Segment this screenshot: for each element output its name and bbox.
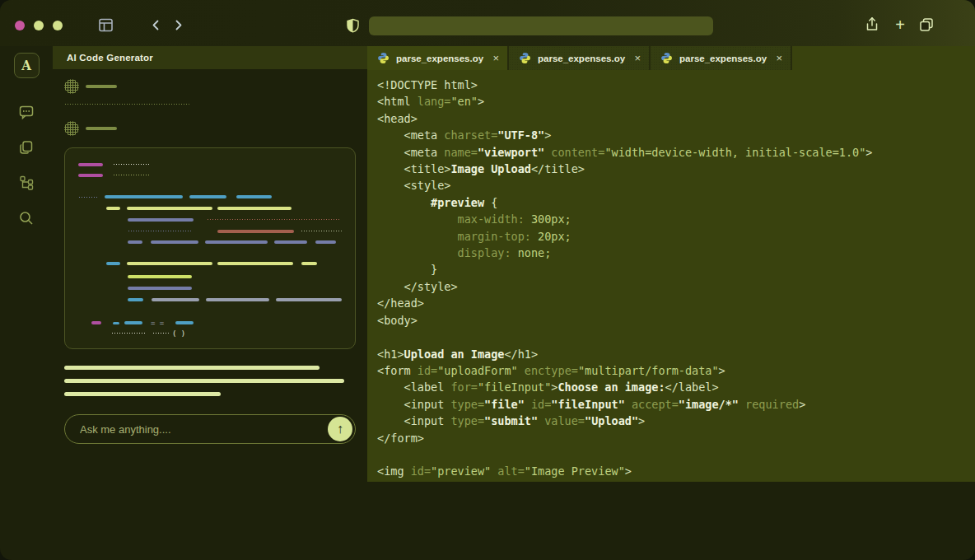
tab-label: parse_expenses.oy xyxy=(538,54,627,63)
window-layout-icon[interactable] xyxy=(98,17,114,33)
python-icon xyxy=(377,52,390,64)
skeleton-code-row: ( ) xyxy=(78,332,342,335)
code-line: <input type="submit" value="Upload"> xyxy=(377,413,975,429)
skeleton-bar xyxy=(113,322,119,324)
browser-window: + A xyxy=(0,0,975,560)
forward-button[interactable] xyxy=(172,19,184,31)
code-line: <head> xyxy=(377,110,975,127)
shield-icon[interactable] xyxy=(346,18,360,33)
skeleton-text: = = xyxy=(151,321,164,324)
skeleton-bar xyxy=(151,240,198,244)
documents-icon[interactable] xyxy=(12,133,40,161)
skeleton-bar xyxy=(128,230,191,233)
chat-icon[interactable] xyxy=(12,98,40,126)
tab-label: parse_expenses.oy xyxy=(679,54,769,63)
python-icon xyxy=(660,52,673,64)
skeleton-row xyxy=(64,392,356,396)
skeleton-bar xyxy=(91,321,101,324)
skeleton-avatar xyxy=(64,79,79,94)
editor-tab[interactable]: parse_expenses.oy× xyxy=(367,46,509,70)
assistant-panel: AI Code Generator = =( ) ↑ xyxy=(53,46,367,560)
skeleton-code-row xyxy=(78,298,342,301)
skeleton-bar xyxy=(78,163,103,166)
code-editor: parse_expenses.oy×parse_expenses.oy×pars… xyxy=(367,46,975,482)
share-icon[interactable] xyxy=(865,16,879,33)
skeleton-bar xyxy=(217,230,294,233)
skeleton-code-row: = = xyxy=(78,321,342,324)
code-line: <form id="uploadForm" enctype="multipart… xyxy=(377,362,975,379)
close-button[interactable] xyxy=(15,21,25,30)
code-line: } xyxy=(377,261,975,278)
tab-close-icon[interactable]: × xyxy=(634,52,641,64)
skeleton-bar xyxy=(128,240,142,244)
skeleton-bar xyxy=(189,195,226,198)
skeleton-row xyxy=(64,366,356,370)
code-line: </form> xyxy=(377,430,975,446)
editor-tab[interactable]: parse_expenses.oy× xyxy=(651,46,792,70)
skeleton-bar xyxy=(236,195,272,198)
skeleton-code-row xyxy=(78,240,342,244)
skeleton-avatar xyxy=(64,121,79,136)
python-icon xyxy=(519,52,531,64)
skeleton-code-row xyxy=(78,230,342,233)
new-tab-icon[interactable]: + xyxy=(893,16,907,34)
editor-tab[interactable]: parse_expenses.oy× xyxy=(509,46,651,70)
address-bar[interactable] xyxy=(369,16,713,35)
skeleton-code-row xyxy=(78,163,342,166)
skeleton-bar xyxy=(111,332,146,335)
code-line: <html lang="en"> xyxy=(377,93,975,110)
code-line: <meta charset="UTF-8"> xyxy=(377,127,975,143)
page-background: + A xyxy=(0,0,975,560)
prompt-input[interactable] xyxy=(80,423,328,436)
app-logo-button[interactable]: A xyxy=(14,53,40,78)
skeleton-row xyxy=(64,379,356,383)
editor-tabbar: parse_expenses.oy×parse_expenses.oy×pars… xyxy=(367,46,975,70)
skeleton-bar xyxy=(128,287,192,290)
skeleton-bar xyxy=(205,240,268,244)
tab-overview-icon[interactable] xyxy=(918,16,935,33)
skeleton-bar xyxy=(274,240,307,244)
skeleton-bar xyxy=(217,262,293,265)
skeleton-row xyxy=(64,79,356,94)
skeleton-bar xyxy=(86,127,117,130)
skeleton-bar xyxy=(113,174,151,177)
skeleton-code-row xyxy=(78,275,342,278)
code-line: </head> xyxy=(377,295,975,311)
skeleton-bar xyxy=(127,207,212,210)
send-button[interactable]: ↑ xyxy=(328,417,352,441)
search-icon[interactable] xyxy=(12,204,40,232)
skeleton-bar xyxy=(217,207,292,210)
code-line: <h1>Upload an Image</h1> xyxy=(377,346,975,362)
skeleton-code-row xyxy=(78,195,342,198)
code-line: </style> xyxy=(377,278,975,295)
skeleton-row xyxy=(64,103,356,106)
workflow-icon[interactable] xyxy=(12,169,40,197)
skeleton-code-row xyxy=(78,218,342,222)
tab-close-icon[interactable]: × xyxy=(776,52,782,64)
skeleton-bar xyxy=(64,379,344,383)
code-area[interactable]: <!DOCTYPE html><html lang="en"><head> <m… xyxy=(367,70,975,482)
skeleton-code-row xyxy=(78,287,342,290)
skeleton-bar xyxy=(175,321,194,324)
back-button[interactable] xyxy=(150,19,162,31)
skeleton-bar xyxy=(128,275,192,278)
maximize-button[interactable] xyxy=(53,21,63,30)
skeleton-bar xyxy=(128,218,194,222)
skeleton-code-row xyxy=(78,207,342,210)
skeleton-bar xyxy=(106,207,120,210)
minimize-button[interactable] xyxy=(34,21,44,30)
panel-title: AI Code Generator xyxy=(67,53,153,63)
tab-close-icon[interactable]: × xyxy=(492,52,499,64)
skeleton-bar xyxy=(315,240,336,244)
skeleton-bar xyxy=(301,230,342,233)
skeleton-bar xyxy=(207,218,340,222)
skeleton-code-block: = =( ) xyxy=(64,147,356,349)
skeleton-bar xyxy=(276,298,342,301)
panel-header: AI Code Generator xyxy=(53,46,367,69)
code-line: <meta name="viewport" content="width=dev… xyxy=(377,144,975,161)
prompt-input-container: ↑ xyxy=(64,414,356,444)
skeleton-outro xyxy=(64,366,356,396)
skeleton-intro xyxy=(64,79,356,136)
skeleton-bar xyxy=(152,298,199,301)
skeleton-bar xyxy=(113,163,151,166)
